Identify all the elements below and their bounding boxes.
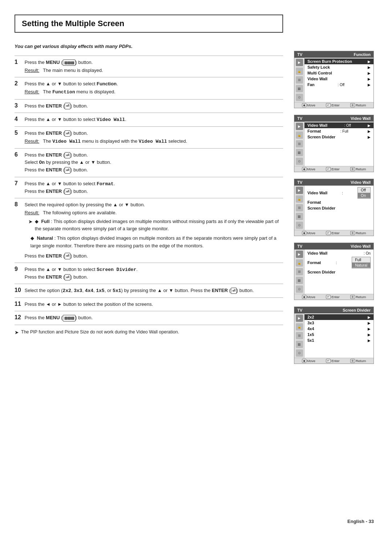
tv-panel-header: TV Screen Divider [294,307,373,313]
keyword: Video Wall [97,117,125,122]
step-content: Press the ▲ or ▼ button to select Video … [25,113,283,126]
table-row: 3 Press the ENTER (⏎) button. [15,99,283,113]
step-content: Press the MENU (▤▤▤) button. [25,311,283,325]
table-row: 8 Select the required option by pressing… [15,198,283,263]
menu-item: Format [305,199,373,205]
tv-panel-main: Video Wall : Off On Format Screen Divide… [305,186,373,230]
item-value: : Off [338,83,344,87]
keyword: Full [41,219,49,224]
menu-item: Screen Burn Protection ▶ [305,58,373,64]
menu-item: 2x2 ▶ [305,314,373,320]
arrow-icon: ▶ [368,135,371,139]
menu-item: 4x4 ▶ [305,326,373,332]
step-number: 8 [15,198,25,263]
dropdown: Full Natural [352,257,371,268]
footer-move: ◆ Move [302,231,315,235]
result-label: Result: [25,88,39,96]
left-column: Setting the Multiple Screen You can get … [15,15,294,520]
arrow-icon: ▶ [368,60,371,64]
sidebar-icon-1: ▶ [296,251,303,258]
footer-return: ⊞ Return [350,167,366,171]
menu-icon: ▤▤▤ [63,60,75,66]
result-label: Result: [25,67,39,74]
table-row: 2 Press the ▲ or ▼ button to select Func… [15,77,283,99]
table-row: 11 Press the ◄ or ► button to select the… [15,298,283,311]
dropdown-option: Full [352,257,370,263]
table-row: 4 Press the ▲ or ▼ button to select Vide… [15,113,283,126]
arrow-icon: ▶ [368,77,371,81]
sidebar-icon-1: ▶ [296,123,303,130]
table-row: 9 Press the ▲ or ▼ button to select Scre… [15,263,283,284]
right-column: TV Function ▶ 🔒 ⊞ ▦ ⊙ Screen Burn Protec… [294,15,377,520]
tv-panel-footer: ◆ Move ↵ Enter ⊞ Return [294,230,373,236]
footer-return: ⊞ Return [350,103,366,107]
move-key: ◆ [302,295,306,299]
result-text: The Video Wall menu is displayed with th… [43,138,187,145]
arrow-icon: ▶ [368,339,371,343]
tv-panel-main: 2x2 ▶ 3x3 ▶ 4x4 ▶ 1x5 ▶ [305,313,373,358]
move-key: ◆ [302,103,306,107]
menu-item: Screen Divider ▶ [305,134,373,140]
sidebar-icon-5: ⊙ [296,158,303,165]
menu-item [305,88,373,93]
keyword: 2x2 [63,288,71,293]
note-text: ◆ Full : This option displays divided im… [35,218,283,232]
enter-icon: ⏎ [65,253,70,259]
step-content: Press the ▲ or ▼ button to select Screen… [25,263,283,284]
enter-key: ↵ [326,359,331,363]
menu-item [305,146,373,151]
footer-move: ◆ Move [302,295,315,299]
keyword: ENTER [46,274,62,280]
arrow-icon: ▶ [368,123,371,127]
after-note: Press the ENTER (⏎) button. [25,252,283,260]
arrow-note: ➤ ◆ Full : This option displays divided … [28,218,283,232]
footer-enter: ↵ Enter [326,167,340,171]
return-key: ⊞ [350,231,355,235]
menu-item: Safety Lock ▶ [305,64,373,70]
sidebar-icon-5: ⊙ [296,222,303,229]
footer-enter: ↵ Enter [326,359,340,363]
table-row: 5 Press the ENTER (⏎) button. Result: Th… [15,126,283,148]
item-name: Screen Divider [307,135,335,139]
enter-icon: ⏎ [65,167,70,174]
table-row: 6 Press the ENTER (⏎) button. Select On … [15,149,283,177]
enter-icon: ⏎ [65,130,70,137]
return-key: ⊞ [350,167,355,171]
panel-title: Function [354,52,371,57]
arrow-icon: ▶ [368,321,371,325]
keyword: ENTER [46,103,62,109]
tv-panel-main: Video Wall : Off ▶ Format : Full ▶ Scree… [305,122,373,166]
step-number: 2 [15,77,25,99]
menu-item: 1x5 ▶ [305,332,373,337]
result-line: Result: The Function menu is displayed. [25,88,283,96]
keyword: Format [97,181,114,187]
keyword: ENTER [46,152,62,158]
item-value: : Off [344,123,351,127]
tv-panel-videowall-dropdown1: TV Video Wall ▶ 🔒 ⊞ ▦ ⊙ Video Wall : O [294,179,374,236]
keyword: MENU [46,60,60,65]
note-arrow-icon: ➤ [15,329,19,335]
result-line: Result: The following options are availa… [25,209,283,216]
arrow-icon: ➤ [28,218,33,232]
title-box: Setting the Multiple Screen [15,15,283,33]
step-number: 10 [15,284,25,298]
tv-panel-footer: ◆ Move ↵ Enter ⊞ Return [294,294,373,300]
footer-return: ⊞ Return [350,359,366,363]
step-number: 6 [15,149,25,177]
tv-panel-sidebar: ▶ 🔒 ⊞ ▦ ⊙ [294,313,305,358]
step-number: 1 [15,56,25,77]
footer-enter: ↵ Enter [326,295,340,299]
result-text: The main menu is displayed. [43,67,103,74]
menu-item: Multi Control ▶ [305,70,373,76]
sidebar-icon-4: ▦ [296,149,303,156]
steps-table: 1 Press the MENU (▤▤▤) button. Result: T… [15,56,283,325]
step-number: 5 [15,126,25,148]
note-text: The PIP function and Picture Size do not… [21,329,179,335]
item-colon: : [336,260,337,265]
sidebar-icon-5: ⊙ [296,285,303,293]
menu-item: Screen Divider [305,269,373,275]
panel-title: Video Wall [351,116,371,121]
step-number: 7 [15,177,25,198]
step-content: Select the option (2x2, 3x3, 4x4, 1x5, o… [25,284,283,298]
step-content: Press the ▲ or ▼ button to select Functi… [25,77,283,99]
